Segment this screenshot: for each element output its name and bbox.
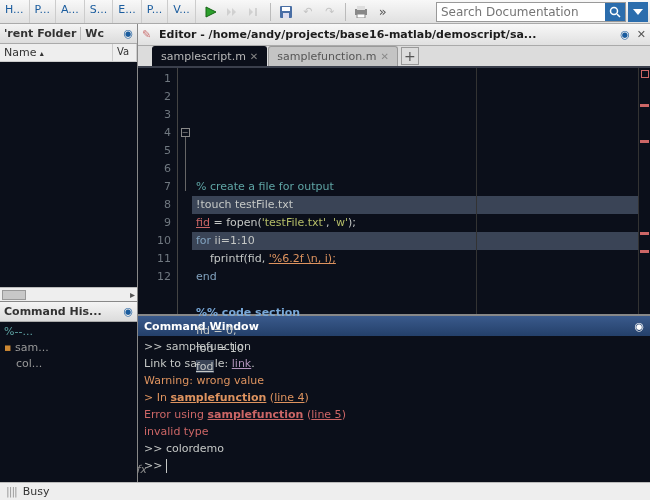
menu-tab-publish[interactable]: P... (142, 0, 168, 23)
svg-rect-10 (357, 14, 365, 18)
marker-strip[interactable] (638, 68, 650, 314)
menu-tab-apps[interactable]: A... (56, 0, 85, 23)
folder-hscroll[interactable]: ▸ (0, 287, 137, 301)
menu-tab-home[interactable]: H... (0, 0, 30, 23)
cmdwin-menu-icon[interactable]: ◉ (634, 320, 644, 333)
folder-browser[interactable]: Name ▴ Va ▸ (0, 44, 137, 302)
svg-point-11 (611, 7, 618, 14)
doc-search-input[interactable] (437, 3, 605, 21)
svg-rect-6 (282, 7, 290, 11)
menu-tabs: H... P... A... S... E... P... V... (0, 0, 196, 23)
editor-menu-icon[interactable]: ◉ (620, 28, 630, 41)
editor-close-icon[interactable]: ✕ (637, 28, 646, 41)
svg-marker-0 (206, 7, 216, 17)
status-bar: |||| Busy (0, 482, 650, 500)
svg-line-12 (617, 14, 620, 17)
overflow-button[interactable]: » (374, 3, 392, 21)
status-text: Busy (23, 485, 50, 498)
svg-rect-4 (255, 8, 257, 16)
current-folder-title: 'rent Folder Wc ◉ (0, 24, 137, 44)
file-tabs: samplescript.m✕ samplefunction.m✕ + (138, 46, 650, 68)
save-button[interactable] (277, 3, 295, 21)
doc-search[interactable] (436, 2, 626, 22)
menu-tab-plots[interactable]: P... (30, 0, 56, 23)
undo-button[interactable]: ↶ (299, 3, 317, 21)
menu-tab-editor[interactable]: E... (113, 0, 141, 23)
svg-marker-2 (232, 8, 236, 16)
print-button[interactable] (352, 3, 370, 21)
svg-rect-9 (357, 6, 365, 10)
close-icon[interactable]: ✕ (250, 51, 258, 62)
svg-marker-3 (249, 8, 253, 16)
toolbar-more[interactable] (628, 2, 648, 22)
run-button[interactable] (202, 3, 220, 21)
command-history-list[interactable]: %--... ▪ sam... col... (0, 322, 137, 482)
editor-titlebar: ✎ Editor - /home/andy/projects/base16-ma… (138, 24, 650, 46)
close-icon[interactable]: ✕ (380, 51, 388, 62)
command-history-title: Command His... ◉ (0, 302, 137, 322)
col-value[interactable]: Va (113, 44, 137, 61)
menu-tab-shortcuts[interactable]: S... (85, 0, 113, 23)
redo-button[interactable]: ↷ (321, 3, 339, 21)
svg-marker-1 (227, 8, 231, 16)
step-button[interactable] (224, 3, 242, 21)
editor-icon: ✎ (142, 28, 156, 41)
code-editor[interactable]: 123 456 789 101112 − % create a file for… (138, 68, 650, 314)
tab-samplescript[interactable]: samplescript.m✕ (152, 46, 267, 66)
search-icon[interactable] (605, 3, 625, 21)
folder-collapse-icon[interactable]: ◉ (123, 27, 133, 40)
col-name[interactable]: Name ▴ (0, 44, 113, 61)
tab-samplefunction[interactable]: samplefunction.m✕ (268, 46, 398, 66)
resize-grip-icon[interactable]: |||| (6, 485, 17, 498)
add-tab-button[interactable]: + (401, 47, 419, 65)
menu-tab-view[interactable]: V... (168, 0, 196, 23)
svg-marker-13 (633, 9, 643, 15)
line-gutter: 123 456 789 101112 (138, 68, 178, 314)
fx-icon[interactable]: fx (138, 461, 146, 478)
svg-rect-7 (283, 13, 289, 18)
fold-column[interactable]: − (178, 68, 192, 314)
main-toolbar: H... P... A... S... E... P... V... ↶ ↷ » (0, 0, 650, 24)
step-out-button[interactable] (246, 3, 264, 21)
history-collapse-icon[interactable]: ◉ (123, 305, 133, 318)
